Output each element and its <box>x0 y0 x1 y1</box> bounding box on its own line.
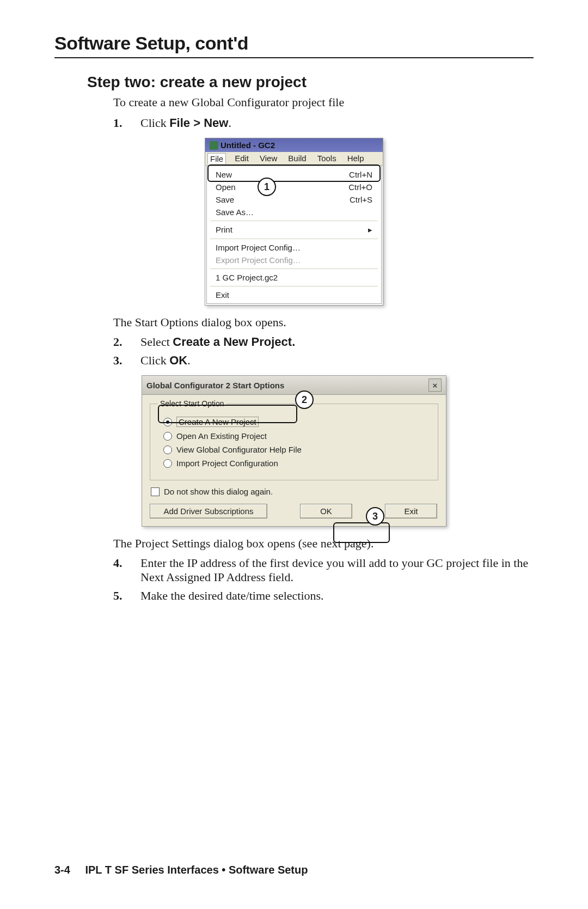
menu-item-import[interactable]: Import Project Config… <box>207 241 381 254</box>
step-5-num: 5. <box>113 589 122 603</box>
page-title: Software Setup, cont'd <box>54 33 534 54</box>
gc2-title: Untitled - GC2 <box>220 141 275 150</box>
menu-item-open[interactable]: Open Ctrl+O <box>207 181 381 193</box>
step-4-num: 4. <box>113 556 122 570</box>
step-3: 3. Click OK. <box>113 353 534 368</box>
add-driver-subscriptions-button[interactable]: Add Driver Subscriptions <box>150 504 267 518</box>
menu-separator <box>210 239 378 239</box>
step-3-bold: OK <box>169 353 187 367</box>
figure-start-options: Global Configurator 2 Start Options × Se… <box>142 375 446 527</box>
lead-text: To create a new Global Configurator proj… <box>113 95 534 109</box>
menu-separator <box>210 269 378 269</box>
checkbox-icon[interactable] <box>151 487 160 496</box>
menu-item-new-shortcut: Ctrl+N <box>349 170 372 179</box>
file-dropdown: New Ctrl+N Open Ctrl+O Save Ctrl+S Save … <box>206 166 382 304</box>
title-rule <box>54 57 534 58</box>
step-1-pre: Click <box>140 116 169 130</box>
menu-item-save[interactable]: Save Ctrl+S <box>207 193 381 206</box>
step-5: 5. Make the desired date/time selections… <box>113 589 534 603</box>
menu-item-recent-label: 1 GC Project.gc2 <box>216 273 278 282</box>
step-heading: Step two: create a new project <box>87 74 534 91</box>
option-import-config-label: Import Project Configuration <box>176 459 278 468</box>
menu-item-open-label: Open <box>216 182 236 192</box>
menu-item-open-shortcut: Ctrl+O <box>348 182 372 192</box>
menu-item-save-label: Save <box>216 195 234 204</box>
radio-icon[interactable] <box>163 432 172 441</box>
do-not-show-label: Do not show this dialog again. <box>164 487 273 496</box>
step-2-pre: Select <box>140 335 173 349</box>
menu-build[interactable]: Build <box>286 153 308 164</box>
step-3-num: 3. <box>113 353 122 368</box>
option-view-help-label: View Global Configurator Help File <box>176 445 302 454</box>
callout-2: 2 <box>295 391 314 409</box>
option-create-new-label: Create A New Project <box>176 417 259 427</box>
option-open-existing[interactable]: Open An Existing Project <box>163 431 430 441</box>
option-open-existing-label: Open An Existing Project <box>176 431 267 441</box>
step-1: 1. Click File > New. <box>113 116 534 130</box>
page-footer: 3-4 IPL T SF Series Interfaces • Softwar… <box>54 864 308 876</box>
menu-separator <box>210 286 378 286</box>
menu-item-new-label: New <box>216 170 232 179</box>
callout-3: 3 <box>366 507 384 526</box>
step-3-post: . <box>187 353 191 367</box>
menu-item-print-label: Print <box>216 225 232 235</box>
menu-item-saveas-label: Save As… <box>216 208 254 217</box>
radio-icon[interactable] <box>163 418 172 426</box>
menu-item-export-label: Export Project Config… <box>216 255 301 265</box>
menu-item-exit[interactable]: Exit <box>207 289 381 301</box>
close-button[interactable]: × <box>428 379 442 392</box>
callout-1: 1 <box>258 178 276 196</box>
menu-tools[interactable]: Tools <box>315 153 339 164</box>
step-2-num: 2. <box>113 335 122 349</box>
footer-text: IPL T SF Series Interfaces • Software Se… <box>85 864 308 876</box>
dialog-title-bar: Global Configurator 2 Start Options × <box>142 375 446 395</box>
dialog-title: Global Configurator 2 Start Options <box>146 381 284 390</box>
radio-icon[interactable] <box>163 446 172 454</box>
option-import-config[interactable]: Import Project Configuration <box>163 459 430 468</box>
menu-file[interactable]: File <box>207 153 226 164</box>
footer-page-number: 3-4 <box>54 864 70 876</box>
step-4: 4. Enter the IP address of the first dev… <box>113 556 534 584</box>
menu-help[interactable]: Help <box>345 153 366 164</box>
menu-bar[interactable]: File Edit View Build Tools Help <box>205 152 383 166</box>
menu-edit[interactable]: Edit <box>232 153 251 164</box>
exit-button[interactable]: Exit <box>385 504 437 518</box>
menu-item-recent[interactable]: 1 GC Project.gc2 <box>207 271 381 284</box>
step-5-text: Make the desired date/time selections. <box>140 589 324 602</box>
option-create-new[interactable]: Create A New Project <box>163 417 430 427</box>
step-1-post: . <box>228 116 231 130</box>
menu-separator <box>210 221 378 221</box>
option-view-help[interactable]: View Global Configurator Help File <box>163 445 430 454</box>
step-4-text: Enter the IP address of the first device… <box>140 556 528 584</box>
do-not-show-again[interactable]: Do not show this dialog again. <box>151 487 438 496</box>
gc2-title-bar: Untitled - GC2 <box>205 138 383 152</box>
ok-button[interactable]: OK <box>300 504 352 518</box>
step-2: 2. Select Create a New Project. <box>113 335 534 349</box>
after-step-3-text: The Project Settings dialog box opens (s… <box>113 536 534 551</box>
radio-icon[interactable] <box>163 459 172 468</box>
after-step-1-text: The Start Options dialog box opens. <box>113 315 534 330</box>
menu-item-import-label: Import Project Config… <box>216 243 301 252</box>
step-3-pre: Click <box>140 353 169 367</box>
menu-item-saveas[interactable]: Save As… <box>207 206 381 218</box>
start-option-legend: Select Start Option <box>158 399 226 408</box>
submenu-arrow-icon: ▸ <box>368 225 372 235</box>
step-2-bold: Create a New Project. <box>173 335 295 349</box>
start-option-group: Select Start Option Create A New Project… <box>150 399 438 480</box>
figure-file-menu: Untitled - GC2 File Edit View Build Tool… <box>205 138 383 306</box>
menu-item-export: Export Project Config… <box>207 254 381 266</box>
step-1-bold: File > New <box>169 116 228 130</box>
menu-item-new[interactable]: New Ctrl+N <box>207 168 381 181</box>
menu-item-exit-label: Exit <box>216 290 229 300</box>
menu-item-print[interactable]: Print ▸ <box>207 223 381 236</box>
app-icon <box>210 141 218 150</box>
menu-item-save-shortcut: Ctrl+S <box>350 195 372 204</box>
step-1-num: 1. <box>113 116 122 130</box>
menu-view[interactable]: View <box>258 153 279 164</box>
